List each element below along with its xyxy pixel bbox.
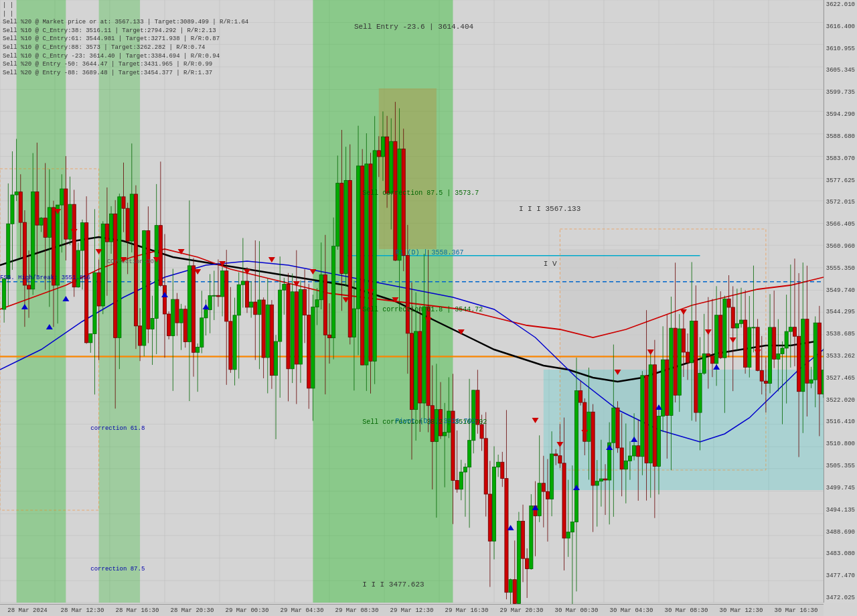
time-abc-line: | | xyxy=(3,10,248,19)
date-label: 30 Mar 16:30 xyxy=(769,607,824,614)
scale-price-label: 3499.745 xyxy=(824,485,857,491)
scale-price-label: 3622.010 xyxy=(824,1,857,8)
date-label: 28 Mar 2024 xyxy=(0,607,55,614)
date-label: 29 Mar 00:30 xyxy=(220,607,275,614)
date-label: 30 Mar 04:30 xyxy=(604,607,659,614)
scale-price-label: 3488.690 xyxy=(824,529,857,536)
sell-entry-line: Sell %20 @ Market price or at: 3567.133 … xyxy=(3,18,248,27)
sell-entry-line: Sell %20 @ Entry -88: 3689.48 | Target:3… xyxy=(3,69,248,78)
sell-entry-line: Sell %10 @ C_Entry:61: 3544.981 | Target… xyxy=(3,35,248,44)
scale-price-label: 3516.410 xyxy=(824,418,857,425)
scale-price-label: 3588.680 xyxy=(824,133,857,140)
scale-price-label: 3572.015 xyxy=(824,199,857,206)
scale-price-label: 3555.350 xyxy=(824,265,857,272)
scale-price-label: 3583.070 xyxy=(824,155,857,162)
date-axis: 28 Mar 202428 Mar 12:3028 Mar 16:3028 Ma… xyxy=(0,604,824,616)
scale-price-label: 3616.400 xyxy=(824,23,857,30)
scale-price-label: 3538.685 xyxy=(824,331,857,337)
scale-price-label: 3610.955 xyxy=(824,46,857,52)
sell-entry-line: Sell %20 @ Entry -50: 3644.47 | Target:3… xyxy=(3,60,248,69)
scale-price-label: 3560.960 xyxy=(824,243,857,250)
sell-entries: Sell %20 @ Market price or at: 3567.133 … xyxy=(3,18,248,77)
date-label: 29 Mar 12:30 xyxy=(384,607,439,614)
date-label: 30 Mar 00:30 xyxy=(549,607,604,614)
scale-price-label: 3483.080 xyxy=(824,550,857,557)
date-label: 29 Mar 08:30 xyxy=(329,607,384,614)
sell-entry-line: Sell %10 @ C_Entry:88: 3573 | Target:326… xyxy=(3,44,248,52)
date-label: 28 Mar 12:30 xyxy=(55,607,110,614)
price-chart[interactable] xyxy=(0,0,857,616)
chart-info-panel: | | | | Sell %20 @ Market price or at: 3… xyxy=(0,0,251,78)
date-label: 29 Mar 20:30 xyxy=(494,607,549,614)
scale-price-label: 3594.290 xyxy=(824,111,857,118)
date-label: 28 Mar 20:30 xyxy=(165,607,220,614)
date-label: 28 Mar 16:30 xyxy=(110,607,165,614)
date-label: 30 Mar 12:30 xyxy=(714,607,769,614)
scale-price-label: 3472.025 xyxy=(824,595,857,601)
scale-price-label: 3522.020 xyxy=(824,397,857,404)
date-label: 29 Mar 16:30 xyxy=(439,607,494,614)
price-scale: 3622.0103616.4003610.9553605.3453599.735… xyxy=(824,0,857,603)
date-label: 30 Mar 08:30 xyxy=(659,607,714,614)
scale-price-label: 3544.295 xyxy=(824,309,857,315)
chart-container: | | | | Sell %20 @ Market price or at: 3… xyxy=(0,0,857,616)
scale-price-label: 3510.800 xyxy=(824,441,857,447)
point-abc-line: | | xyxy=(3,1,248,10)
scale-price-label: 3505.355 xyxy=(824,463,857,469)
scale-price-label: 3599.735 xyxy=(824,89,857,96)
date-label: 29 Mar 04:30 xyxy=(275,607,329,614)
scale-price-label: 3549.740 xyxy=(824,287,857,294)
scale-price-label: 3577.625 xyxy=(824,177,857,184)
scale-price-label: 3527.465 xyxy=(824,375,857,382)
sell-entry-line: Sell %10 @ C_Entry -23: 3614.40 | Target… xyxy=(3,52,248,61)
scale-price-label: 3477.470 xyxy=(824,572,857,579)
sell-entry-line: Sell %10 @ C_Entry:38: 3516.11 | Target:… xyxy=(3,27,248,35)
scale-price-label: 3566.405 xyxy=(824,221,857,228)
scale-price-label: 3494.135 xyxy=(824,507,857,514)
scale-price-label: 3605.345 xyxy=(824,67,857,74)
scale-price-label: 3533.262 xyxy=(824,353,857,360)
